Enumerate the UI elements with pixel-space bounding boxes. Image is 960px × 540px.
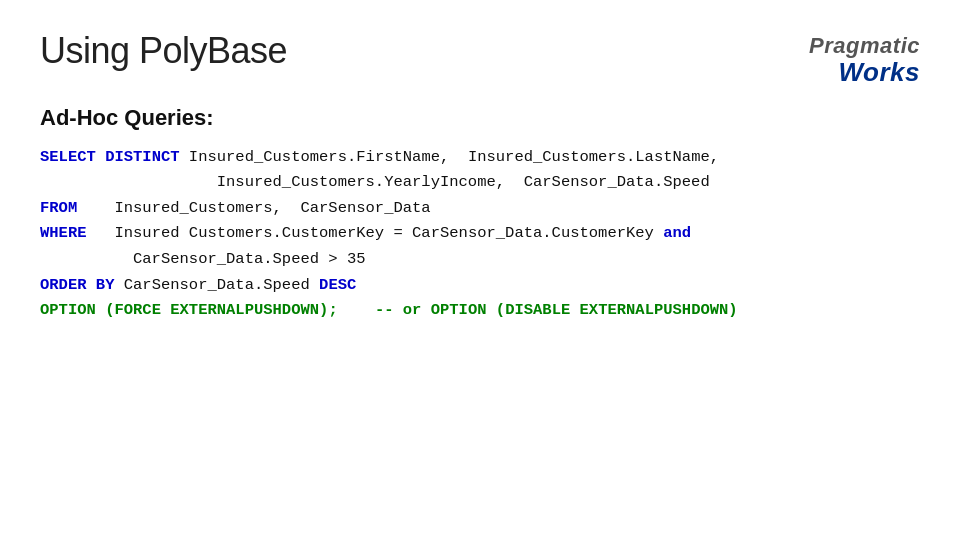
code-text-2: Insured_Customers.YearlyIncome, CarSenso…: [40, 170, 710, 196]
kw-from: FROM: [40, 196, 77, 222]
code-line-3: FROM Insured_Customers, CarSensor_Data: [40, 196, 920, 222]
code-text-1: Insured_Customers.FirstName, Insured_Cus…: [180, 145, 720, 171]
logo-pragmatic: Pragmatic: [809, 34, 920, 58]
code-line-2: Insured_Customers.YearlyIncome, CarSenso…: [40, 170, 920, 196]
kw-distinct: DISTINCT: [105, 145, 179, 171]
code-line-1: SELECT DISTINCT Insured_Customers.FirstN…: [40, 145, 920, 171]
page: Using PolyBase Pragmatic Works Ad-Hoc Qu…: [0, 0, 960, 540]
kw-desc: DESC: [319, 273, 356, 299]
kw-where: WHERE: [40, 221, 87, 247]
code-text-3: Insured_Customers, CarSensor_Data: [77, 196, 430, 222]
header: Using PolyBase Pragmatic Works: [40, 30, 920, 87]
logo: Pragmatic Works: [809, 34, 920, 87]
code-line-7: OPTION (FORCE EXTERNALPUSHDOWN); -- or O…: [40, 298, 920, 324]
code-line-6: ORDER BY CarSensor_Data.Speed DESC: [40, 273, 920, 299]
kw-externalpushdown: EXTERNALPUSHDOWN);: [170, 298, 337, 324]
code-line-5: CarSensor_Data.Speed > 35: [40, 247, 920, 273]
kw-force-block: (FORCE: [105, 298, 161, 324]
kw-option: OPTION: [40, 298, 96, 324]
code-text-5: CarSensor_Data.Speed > 35: [40, 247, 366, 273]
kw-order: ORDER: [40, 273, 87, 299]
logo-works: Works: [839, 58, 921, 87]
code-text-7: [338, 298, 375, 324]
code-line-4: WHERE Insured Customers.CustomerKey = Ca…: [40, 221, 920, 247]
kw-and: and: [663, 221, 691, 247]
kw-select: SELECT: [40, 145, 96, 171]
kw-by: BY: [96, 273, 115, 299]
kw-comment: -- or OPTION (DISABLE EXTERNALPUSHDOWN): [375, 298, 738, 324]
code-text-4: Insured Customers.CustomerKey = CarSenso…: [87, 221, 664, 247]
code-text-6: CarSensor_Data.Speed: [114, 273, 319, 299]
code-block: SELECT DISTINCT Insured_Customers.FirstN…: [40, 145, 920, 324]
page-title: Using PolyBase: [40, 30, 287, 72]
section-title: Ad-Hoc Queries:: [40, 105, 920, 131]
